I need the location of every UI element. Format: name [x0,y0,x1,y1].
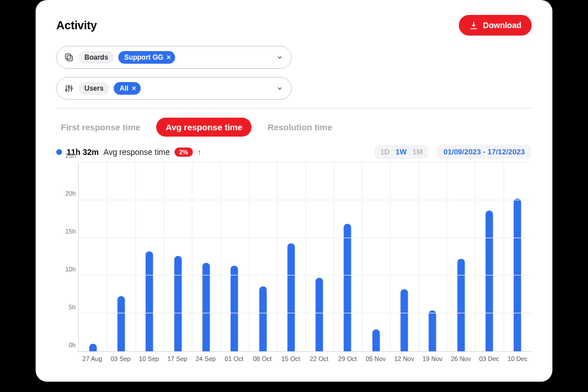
x-tick: 10 Dec [504,352,532,369]
bar [89,344,96,351]
x-tick: 01 Oct [220,352,248,369]
svg-rect-1 [67,56,72,61]
grid-line [475,162,475,351]
x-tick: 22 Oct [305,352,333,369]
copies-icon [64,52,74,63]
x-tick: 03 Sep [106,352,134,369]
bar-slot [334,162,362,351]
pct-badge: 2% [175,148,193,157]
grid-line [305,162,306,351]
x-tick: 19 Nov [419,352,447,369]
bar-slot [136,162,164,351]
bar [202,263,210,351]
bar [401,289,408,351]
grid-line [220,162,221,351]
bar [259,286,266,351]
svg-point-3 [68,86,70,88]
tab-resolution[interactable]: Resolution time [268,122,332,132]
y-tick: 5h [69,304,76,311]
x-tick: 05 Nov [362,352,390,369]
trend-up-icon: ↑ [198,148,202,157]
bar-slot [192,162,220,351]
bar [486,211,493,351]
chevron-down-icon [276,54,283,61]
range-1m[interactable]: 1M [412,148,423,156]
svg-rect-0 [65,54,71,59]
download-button[interactable]: Download [459,15,532,36]
bar-slot [362,162,390,351]
bar-slot [504,162,532,351]
x-tick: 15 Oct [277,352,305,369]
x-tick: 24 Sep [192,352,220,369]
range-1d[interactable]: 1D [380,148,390,156]
grid-line [419,162,419,351]
sliders-icon [64,83,74,94]
users-chip-label: All [119,84,128,92]
bar [146,251,153,351]
grid-line [249,162,249,351]
close-icon[interactable]: × [167,53,171,61]
bar-slot [277,162,305,351]
bar [344,224,351,351]
bar-slot [305,162,334,351]
y-tick: 20h [65,190,76,197]
x-tick: 27 Aug [78,352,106,369]
metric-summary: 11h 32m Avg response time 2% ↑ [56,148,202,157]
metric-row: 11h 32m Avg response time 2% ↑ 1D 1W 1M … [56,145,532,159]
bar [231,266,238,351]
bar-slot [79,162,107,351]
bar-slot [419,162,447,351]
grid-line [107,162,107,351]
granularity-selector: 1D 1W 1M [374,145,428,159]
range-controls: 1D 1W 1M 01/09/2023 - 17/12/2023 [374,145,532,159]
bar [117,296,125,351]
boards-label: Boards [79,51,114,64]
range-1w[interactable]: 1W [396,148,407,156]
grid-line [504,162,504,351]
series-dot [56,149,62,155]
y-tick: 0h [69,341,76,348]
bar [457,259,465,351]
bar [287,243,295,351]
header: Activity Download [56,15,532,36]
svg-point-4 [71,88,72,90]
users-chip[interactable]: All × [114,82,140,95]
grid-line [136,162,136,351]
grid-line [390,162,390,351]
bar [429,311,436,351]
chart: 0h5h10h15h20h25h 27 Aug03 Sep10 Sep17 Se… [56,162,532,369]
chevron-down-icon [276,85,283,92]
metric-label: Avg response time [103,148,170,157]
x-tick: 10 Sep [135,352,163,369]
y-axis: 0h5h10h15h20h25h [56,162,78,352]
x-tick: 29 Oct [333,352,361,369]
x-tick: 08 Oct [248,352,276,369]
page-title: Activity [56,19,97,32]
x-axis: 27 Aug03 Sep10 Sep17 Sep24 Sep01 Oct08 O… [78,352,532,369]
bar-slot [249,162,277,351]
grid-line [334,162,334,351]
close-icon[interactable]: × [132,84,136,92]
bar-slot [390,162,418,351]
grid-line [362,162,362,351]
boards-chip[interactable]: Support GG × [118,51,175,64]
y-tick: 10h [65,266,76,273]
grid-line [164,162,164,351]
metric-tabs: First response time Avg response time Re… [56,118,532,137]
grid-line [447,162,447,351]
y-tick: 15h [65,228,76,235]
tab-first-response[interactable]: First response time [61,122,140,132]
tab-avg-response[interactable]: Avg response time [156,118,252,137]
download-label: Download [483,21,521,30]
boards-filter[interactable]: Boards Support GG × [56,46,292,69]
bar-slot [475,162,503,351]
users-filter[interactable]: Users All × [56,77,292,100]
bar [174,256,181,351]
bar-slot [164,162,192,351]
svg-point-2 [65,90,67,91]
x-tick: 03 Dec [475,352,503,369]
divider [56,108,532,108]
x-tick: 17 Sep [163,352,191,369]
date-range-picker[interactable]: 01/09/2023 - 17/12/2023 [436,145,532,159]
bar [372,329,380,351]
